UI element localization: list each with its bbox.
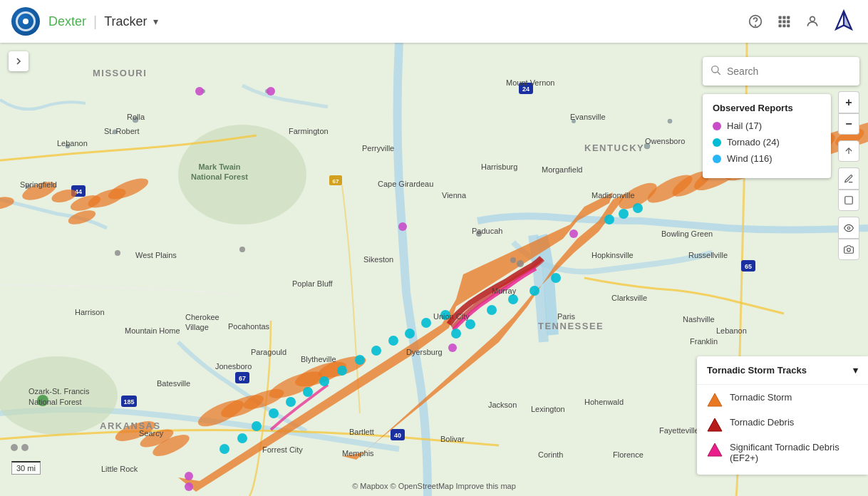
hail-label: Hail (17) xyxy=(727,120,762,131)
svg-point-80 xyxy=(465,319,475,329)
svg-point-72 xyxy=(337,366,347,376)
arc-logo-icon xyxy=(831,9,857,34)
svg-point-88 xyxy=(269,408,279,418)
svg-rect-112 xyxy=(845,197,853,205)
tracks-panel-header: Tornadic Storm Tracks ▾ xyxy=(697,356,868,385)
sidebar-toggle-button[interactable] xyxy=(9,51,29,71)
eye-tool-button[interactable] xyxy=(838,217,859,238)
zoom-controls: + − xyxy=(838,91,859,135)
track-sig-tornadic-debris: Significant Tornadic Debris (EF2+) xyxy=(697,435,868,466)
svg-point-87 xyxy=(286,397,296,407)
svg-point-104 xyxy=(476,231,482,237)
tornado-dot xyxy=(713,138,721,147)
svg-point-83 xyxy=(529,286,539,296)
svg-point-93 xyxy=(619,209,629,219)
svg-rect-5 xyxy=(779,20,782,23)
svg-text:65: 65 xyxy=(745,263,752,270)
tornado-label: Tornado (24) xyxy=(727,137,780,148)
svg-point-44 xyxy=(572,119,576,123)
svg-point-89 xyxy=(252,421,262,431)
svg-rect-7 xyxy=(787,20,790,23)
svg-text:National Forest: National Forest xyxy=(191,172,248,181)
apps-button[interactable] xyxy=(771,9,797,34)
svg-rect-10 xyxy=(787,24,790,27)
zoom-out-button[interactable]: − xyxy=(838,113,859,135)
svg-text:67: 67 xyxy=(239,375,246,382)
search-icon xyxy=(710,64,721,78)
svg-point-75 xyxy=(388,336,398,346)
app-header: Dexter | Tracker ▾ xyxy=(0,0,868,43)
svg-point-74 xyxy=(371,346,381,356)
compass-controls xyxy=(838,140,859,162)
sig-tornadic-debris-label: Significant Tornadic Debris (EF2+) xyxy=(730,442,858,463)
map-attribution: © Mapbox © OpenStreetMap Improve this ma… xyxy=(0,482,868,490)
map-container[interactable]: Mark Twain National Forest 44 67 185 67 … xyxy=(0,43,868,496)
app-name: Dexter xyxy=(48,14,86,29)
svg-point-86 xyxy=(303,387,313,397)
tracker-label: Tracker xyxy=(104,14,147,29)
box-tool-button[interactable] xyxy=(838,190,859,211)
svg-point-95 xyxy=(195,87,204,95)
camera-tool-button[interactable] xyxy=(838,239,859,260)
svg-point-96 xyxy=(267,87,275,95)
svg-point-91 xyxy=(219,444,229,454)
svg-point-84 xyxy=(551,273,561,283)
help-button[interactable] xyxy=(743,9,768,34)
svg-point-85 xyxy=(319,376,329,386)
svg-point-11 xyxy=(810,16,815,21)
mapbox-credit: © Mapbox © OpenStreetMap xyxy=(352,482,455,490)
svg-point-106 xyxy=(115,250,120,256)
account-button[interactable] xyxy=(800,9,825,34)
tornadic-debris-icon xyxy=(707,418,723,432)
svg-text:24: 24 xyxy=(522,86,529,93)
obs-wind-item: Wind (116) xyxy=(713,153,821,164)
tornadic-debris-label: Tornadic Debris xyxy=(730,417,794,428)
svg-point-19 xyxy=(0,356,118,435)
wind-label: Wind (116) xyxy=(727,153,773,164)
svg-point-109 xyxy=(37,395,48,406)
hail-dot xyxy=(713,122,721,130)
svg-point-38 xyxy=(66,144,70,148)
tornadic-storm-label: Tornadic Storm xyxy=(730,392,792,403)
svg-point-1 xyxy=(755,25,756,26)
svg-point-37 xyxy=(113,130,117,134)
svg-rect-2 xyxy=(779,16,782,19)
svg-marker-117 xyxy=(708,443,722,456)
svg-point-79 xyxy=(451,329,461,339)
track-tornadic-storm: Tornadic Storm xyxy=(697,385,868,410)
svg-rect-3 xyxy=(782,16,785,19)
svg-point-105 xyxy=(239,247,245,252)
svg-point-73 xyxy=(355,355,365,365)
map-search-box[interactable] xyxy=(703,57,859,86)
svg-point-94 xyxy=(633,203,643,213)
svg-point-108 xyxy=(21,444,29,451)
svg-marker-116 xyxy=(708,418,722,431)
tracker-dropdown[interactable]: ▾ xyxy=(153,16,158,27)
arc-logo-button[interactable] xyxy=(831,9,857,34)
svg-rect-4 xyxy=(787,16,790,19)
tracks-dropdown-icon[interactable]: ▾ xyxy=(853,365,858,376)
svg-text:Mark Twain: Mark Twain xyxy=(198,162,240,171)
svg-point-100 xyxy=(185,472,193,480)
header-divider: | xyxy=(93,14,97,30)
svg-point-78 xyxy=(440,310,450,320)
svg-point-113 xyxy=(847,227,850,229)
improve-map-link[interactable]: Improve this map xyxy=(455,482,515,490)
svg-point-110 xyxy=(712,66,718,73)
obs-hail-item: Hail (17) xyxy=(713,120,821,131)
logo-inner xyxy=(16,11,36,31)
pen-tool-button[interactable] xyxy=(838,167,859,189)
zoom-in-button[interactable]: + xyxy=(838,91,859,113)
svg-rect-6 xyxy=(782,20,785,23)
svg-rect-8 xyxy=(779,24,782,27)
svg-point-81 xyxy=(487,305,497,315)
svg-point-99 xyxy=(448,343,457,352)
sig-tornadic-debris-icon xyxy=(707,443,723,457)
svg-point-102 xyxy=(517,260,524,267)
svg-text:185: 185 xyxy=(123,398,134,405)
observed-reports-panel: Observed Reports Hail (17) Tornado (24) … xyxy=(703,94,831,178)
search-input[interactable] xyxy=(727,66,852,77)
svg-point-98 xyxy=(569,229,578,238)
wind-dot xyxy=(713,155,721,163)
north-up-button[interactable] xyxy=(838,140,859,162)
